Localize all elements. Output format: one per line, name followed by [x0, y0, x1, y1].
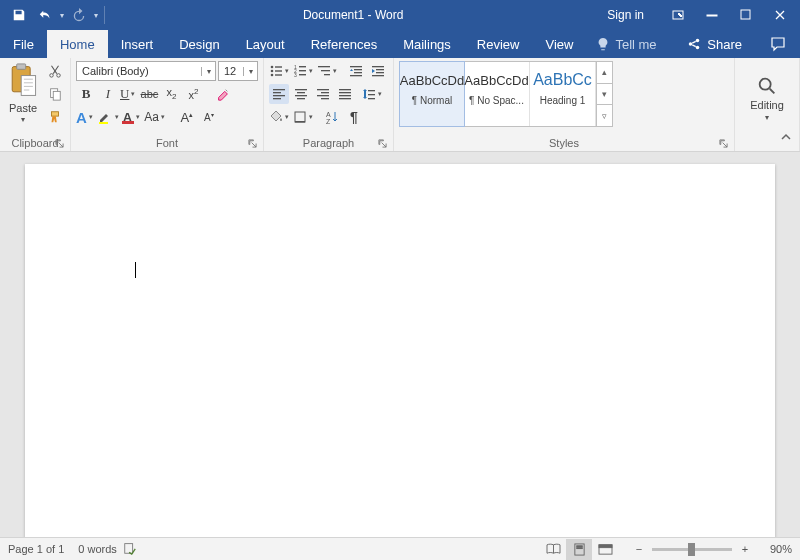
group-styles: AaBbCcDd ¶ Normal AaBbCcDd ¶ No Spac... …: [394, 58, 735, 151]
styles-dialog-launcher[interactable]: [717, 137, 729, 149]
superscript-button[interactable]: x2: [183, 84, 203, 104]
style-no-spacing[interactable]: AaBbCcDd ¶ No Spac...: [464, 62, 530, 126]
svg-rect-33: [354, 72, 362, 73]
borders-button[interactable]: ▾: [293, 107, 315, 127]
zoom-in-button[interactable]: +: [738, 543, 752, 555]
close-button[interactable]: [764, 0, 796, 30]
share-button[interactable]: Share: [673, 30, 756, 58]
svg-rect-36: [376, 69, 384, 70]
qat-customize-icon[interactable]: ▾: [94, 11, 98, 20]
zoom-out-button[interactable]: −: [632, 543, 646, 555]
tab-references[interactable]: References: [298, 30, 390, 58]
group-clipboard: Paste ▾ Clipboard: [0, 58, 71, 151]
font-name-combo[interactable]: Calibri (Body)▾: [76, 61, 216, 81]
show-marks-button[interactable]: ¶: [344, 107, 364, 127]
font-color-button[interactable]: A▾: [123, 107, 142, 127]
svg-rect-43: [295, 89, 307, 90]
svg-rect-32: [354, 69, 362, 70]
svg-rect-57: [368, 98, 375, 99]
justify-button[interactable]: [335, 84, 355, 104]
page-number-status[interactable]: Page 1 of 1: [8, 543, 64, 555]
minimize-button[interactable]: [696, 0, 728, 30]
cut-button[interactable]: [45, 61, 65, 81]
print-layout-button[interactable]: [566, 539, 592, 560]
text-effects-button[interactable]: A▾: [76, 107, 95, 127]
shrink-font-button[interactable]: A▾: [199, 107, 219, 127]
increase-indent-button[interactable]: [368, 61, 388, 81]
tab-review[interactable]: Review: [464, 30, 533, 58]
word-count-status[interactable]: 0 words: [78, 543, 117, 555]
svg-rect-35: [372, 66, 384, 67]
undo-dropdown-icon[interactable]: ▾: [60, 11, 64, 20]
text-cursor: [135, 262, 136, 278]
highlight-button[interactable]: ▾: [97, 107, 121, 127]
zoom-slider[interactable]: [652, 548, 732, 551]
web-layout-button[interactable]: [592, 539, 618, 560]
numbering-button[interactable]: 123▾: [293, 61, 315, 81]
svg-rect-27: [299, 74, 306, 75]
tab-insert[interactable]: Insert: [108, 30, 167, 58]
italic-button[interactable]: I: [98, 84, 118, 104]
paragraph-dialog-launcher[interactable]: [376, 137, 388, 149]
zoom-level[interactable]: 90%: [758, 543, 792, 555]
style-heading-1[interactable]: AaBbCc Heading 1: [530, 62, 596, 126]
maximize-button[interactable]: [730, 0, 762, 30]
ribbon-display-options-button[interactable]: [662, 0, 694, 30]
document-page[interactable]: [25, 164, 775, 537]
tab-view[interactable]: View: [532, 30, 586, 58]
bullets-button[interactable]: ▾: [269, 61, 291, 81]
styles-scroll-up[interactable]: ▴: [597, 62, 612, 84]
ribbon-tabs: File Home Insert Design Layout Reference…: [0, 30, 800, 58]
subscript-button[interactable]: x2: [161, 84, 181, 104]
collapse-ribbon-button[interactable]: [777, 128, 795, 146]
tab-layout[interactable]: Layout: [233, 30, 298, 58]
line-spacing-button[interactable]: ▾: [362, 84, 384, 104]
multilevel-list-button[interactable]: ▾: [317, 61, 339, 81]
read-mode-button[interactable]: [540, 539, 566, 560]
clear-formatting-button[interactable]: [213, 84, 233, 104]
font-size-combo[interactable]: 12▾: [218, 61, 258, 81]
decrease-indent-button[interactable]: [346, 61, 366, 81]
save-button[interactable]: [8, 4, 30, 26]
zoom-control: − + 90%: [632, 543, 792, 555]
document-area[interactable]: [0, 152, 800, 537]
zoom-thumb[interactable]: [688, 543, 695, 556]
format-painter-button[interactable]: [45, 107, 65, 127]
copy-button[interactable]: [45, 84, 65, 104]
redo-button[interactable]: [68, 4, 90, 26]
align-center-button[interactable]: [291, 84, 311, 104]
shading-button[interactable]: ▾: [269, 107, 291, 127]
paste-dropdown-icon[interactable]: ▾: [21, 115, 25, 124]
comments-button[interactable]: [756, 30, 800, 58]
spell-check-status[interactable]: [123, 541, 137, 557]
tab-file[interactable]: File: [0, 30, 47, 58]
svg-rect-52: [339, 92, 351, 93]
font-dialog-launcher[interactable]: [246, 137, 258, 149]
sort-button[interactable]: AZ: [322, 107, 342, 127]
align-left-button[interactable]: [269, 84, 289, 104]
grow-font-button[interactable]: A▴: [177, 107, 197, 127]
svg-rect-50: [321, 98, 329, 99]
paste-button[interactable]: Paste ▾: [5, 61, 41, 136]
svg-rect-41: [273, 95, 285, 96]
tab-home[interactable]: Home: [47, 30, 108, 58]
styles-expand[interactable]: ▿: [597, 105, 612, 126]
change-case-button[interactable]: Aa▾: [144, 107, 167, 127]
svg-rect-1: [707, 15, 717, 16]
svg-rect-53: [339, 95, 351, 96]
align-right-button[interactable]: [313, 84, 333, 104]
tell-me-search[interactable]: Tell me: [586, 30, 666, 58]
bold-button[interactable]: B: [76, 84, 96, 104]
svg-rect-8: [21, 76, 35, 96]
editing-button[interactable]: Editing ▾: [740, 61, 794, 136]
tab-design[interactable]: Design: [166, 30, 232, 58]
styles-scroll-down[interactable]: ▾: [597, 84, 612, 106]
clipboard-dialog-launcher[interactable]: [53, 137, 65, 149]
style-normal[interactable]: AaBbCcDd ¶ Normal: [399, 61, 465, 127]
sign-in-button[interactable]: Sign in: [591, 0, 660, 30]
underline-button[interactable]: U▾: [120, 84, 137, 104]
svg-text:3: 3: [294, 72, 297, 78]
undo-button[interactable]: [34, 4, 56, 26]
tab-mailings[interactable]: Mailings: [390, 30, 464, 58]
strikethrough-button[interactable]: abc: [139, 84, 159, 104]
